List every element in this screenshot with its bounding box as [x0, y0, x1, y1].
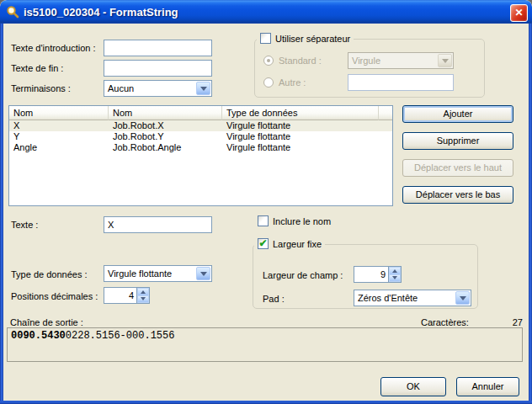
supprimer-button[interactable]: Supprimer: [402, 132, 513, 150]
cell-source: Job.Robot.X: [109, 120, 222, 131]
pad-value: Zéros d'Entête: [358, 293, 418, 303]
positions-decimales-value: 4: [104, 288, 136, 303]
use-separator-label: Utiliser séparateur: [275, 34, 350, 44]
output-rest-part: 0228.5156-000.1556: [66, 330, 175, 342]
standard-radio-row: Standard :: [263, 56, 322, 66]
standard-select: Virgule: [348, 52, 454, 69]
use-separator-checkbox-row[interactable]: Utiliser séparateur: [257, 33, 354, 44]
column-header-nom[interactable]: Nom: [9, 106, 109, 120]
chevron-down-icon: [438, 54, 452, 67]
autre-radio: [263, 77, 274, 88]
cell-nom: Angle: [9, 142, 109, 153]
chaine-sortie-label: Chaîne de sortie :: [10, 317, 83, 327]
output-string-box: 0090.54300228.5156-000.1556: [7, 327, 523, 362]
title-bar: is5100_020304 - FormatString ✕: [0, 0, 532, 24]
largeur-fixe-checkbox[interactable]: ✔: [258, 238, 269, 249]
column-header-source[interactable]: Nom: [109, 106, 222, 120]
cell-nom: X: [9, 120, 109, 131]
use-separator-checkbox[interactable]: [260, 33, 271, 44]
autre-label: Autre :: [279, 77, 306, 88]
cell-type: Virgule flottante: [222, 142, 379, 153]
magnifier-icon: [6, 5, 19, 19]
spin-up-icon[interactable]: [389, 267, 401, 274]
standard-value: Virgule: [352, 56, 380, 66]
caracteres-label: Caractères:: [421, 317, 469, 327]
check-icon: ✔: [258, 239, 267, 247]
terminaisons-value: Aucun: [108, 83, 134, 93]
chevron-down-icon[interactable]: [196, 82, 210, 95]
ok-button[interactable]: OK: [380, 377, 446, 396]
inclure-nom-checkbox-row[interactable]: Inclure le nom: [254, 215, 334, 226]
texte-label: Texte :: [11, 220, 38, 230]
list-header: Nom Nom Type de données: [9, 106, 392, 120]
variables-list: Nom Nom Type de données X Job.Robot.X Vi…: [8, 105, 393, 206]
type-donnees-label: Type de données :: [11, 269, 88, 279]
caracteres-counter: Caractères: 27: [421, 317, 523, 327]
largeur-champ-value: 9: [354, 267, 388, 282]
cell-nom: Y: [9, 131, 109, 142]
chevron-down-icon[interactable]: [196, 267, 210, 280]
intro-input[interactable]: [104, 40, 212, 56]
standard-radio: [263, 56, 274, 66]
spin-down-icon[interactable]: [137, 295, 149, 304]
window-border-bottom: [0, 401, 532, 404]
autre-input: [348, 74, 454, 91]
intro-label: Texte d'introduction :: [11, 43, 96, 53]
spin-up-icon[interactable]: [137, 288, 149, 295]
spin-down-icon[interactable]: [389, 274, 401, 283]
window-border-right: [529, 24, 532, 404]
list-row-y[interactable]: Y Job.Robot.Y Virgule flottante: [9, 131, 392, 142]
positions-decimales-label: Positions décimales :: [11, 291, 98, 301]
cell-source: Job.Robot.Angle: [109, 142, 222, 153]
largeur-champ-stepper[interactable]: 9: [354, 266, 402, 283]
largeur-fixe-label: Largeur fixe: [273, 239, 322, 249]
largeur-fixe-checkbox-row[interactable]: ✔ Largeur fixe: [254, 238, 325, 249]
pad-select[interactable]: Zéros d'Entête: [354, 290, 471, 306]
deplacer-haut-button: Déplacer vers le haut: [402, 159, 513, 177]
terminaisons-select[interactable]: Aucun: [104, 80, 212, 97]
list-row-x[interactable]: X Job.Robot.X Virgule flottante: [9, 120, 392, 131]
column-header-type[interactable]: Type de données: [222, 106, 379, 120]
ajouter-button[interactable]: Ajouter: [402, 105, 513, 123]
type-donnees-value: Virgule flottante: [108, 268, 172, 279]
autre-radio-row: Autre :: [263, 77, 306, 88]
list-row-angle[interactable]: Angle Job.Robot.Angle Virgule flottante: [9, 142, 392, 153]
window-title: is5100_020304 - FormatString: [24, 6, 178, 19]
texte-input[interactable]: [104, 216, 212, 233]
fin-input[interactable]: [104, 60, 212, 77]
cell-source: Job.Robot.Y: [109, 131, 222, 142]
window-border-left: [0, 24, 3, 404]
inclure-nom-label: Inclure le nom: [273, 216, 331, 226]
output-selected-part: 0090.5430: [11, 330, 66, 342]
close-button[interactable]: ✕: [510, 4, 528, 22]
column-header-filler: [379, 106, 392, 120]
standard-label: Standard :: [279, 56, 322, 66]
inclure-nom-checkbox[interactable]: [258, 215, 269, 226]
type-donnees-select[interactable]: Virgule flottante: [104, 265, 212, 282]
format-string-dialog: is5100_020304 - FormatString ✕ Texte d'i…: [0, 0, 532, 404]
cell-type: Virgule flottante: [222, 120, 379, 131]
fin-label: Texte de fin :: [11, 63, 63, 73]
deplacer-bas-button[interactable]: Déplacer vers le bas: [402, 186, 513, 204]
terminaisons-label: Terminaisons :: [11, 83, 71, 93]
chevron-down-icon[interactable]: [455, 291, 470, 305]
positions-decimales-stepper[interactable]: 4: [104, 287, 150, 304]
largeur-champ-label: Largeur de champ :: [263, 270, 343, 280]
annuler-button[interactable]: Annuler: [456, 377, 519, 396]
cell-type: Virgule flottante: [222, 131, 379, 142]
caracteres-value: 27: [513, 317, 523, 327]
pad-label: Pad :: [263, 294, 285, 304]
